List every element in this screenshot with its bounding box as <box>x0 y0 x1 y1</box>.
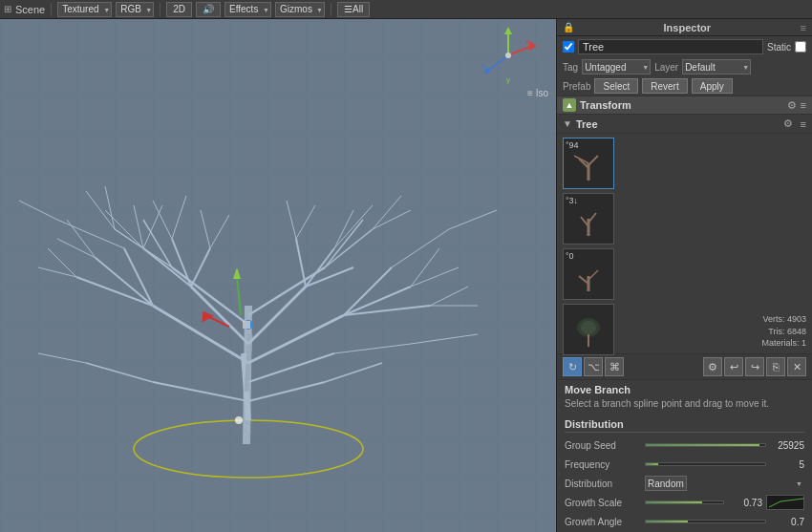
all-button[interactable]: ☰All <box>337 2 370 17</box>
colorspace-dropdown[interactable]: RGB <box>116 2 154 17</box>
layer-label: Layer <box>654 62 678 73</box>
svg-rect-67 <box>243 321 250 329</box>
svg-line-40 <box>373 196 401 229</box>
group-seed-value: 25925 <box>770 440 804 451</box>
delete-tool-btn[interactable]: ✕ <box>787 357 806 376</box>
transform-gear-icon[interactable]: ⚙ <box>787 99 797 112</box>
tree-toolbar: ↻ ⌥ ⌘ ⚙ ↩ ↪ ⎘ ✕ <box>557 353 812 380</box>
svg-line-7 <box>248 267 325 315</box>
svg-line-24 <box>344 267 392 315</box>
sound-button[interactable]: 🔊 <box>196 2 221 17</box>
distribution-section: Distribution Group Seed 25925 Frequency … <box>557 415 812 532</box>
thumbnail-num-3: °0 <box>566 251 574 261</box>
thumbnail-item-4[interactable] <box>563 304 614 355</box>
thumbnail-svg-4 <box>569 310 608 349</box>
tris-label: Tris: 6848 <box>761 326 806 338</box>
tag-dropdown[interactable]: Untagged <box>582 59 651 74</box>
shading-dropdown[interactable]: Textured <box>57 2 112 17</box>
param-row-growth-scale: Growth Scale 0.73 <box>565 494 804 511</box>
layer-select-wrapper[interactable]: Default <box>682 59 751 74</box>
gizmos-dropdown[interactable]: Gizmos <box>275 2 325 17</box>
move-branch-title: Move Branch <box>565 384 804 395</box>
svg-line-48 <box>201 210 210 248</box>
distribution-dropdown[interactable]: Random Uniform Whorled <box>645 476 687 491</box>
inspector-header: 🔒 Inspector ≡ <box>557 19 812 36</box>
leaf-tool-btn[interactable]: ⌘ <box>605 357 624 376</box>
settings-tool-btn[interactable]: ⚙ <box>703 357 722 376</box>
move-branch-section: Move Branch Select a branch spline point… <box>557 380 812 415</box>
svg-line-53 <box>86 363 153 382</box>
object-active-checkbox[interactable] <box>563 41 574 53</box>
svg-marker-74 <box>529 41 537 51</box>
scene-label: Scene <box>15 4 45 15</box>
inspector-lock-icon: 🔒 <box>563 22 574 32</box>
prefab-row: Prefab Select Revert Apply <box>557 76 812 96</box>
svg-line-49 <box>210 215 229 248</box>
scene-3d <box>0 19 556 532</box>
svg-marker-63 <box>197 308 213 323</box>
svg-line-55 <box>325 363 382 382</box>
undo-tool-btn[interactable]: ↩ <box>724 357 743 376</box>
group-seed-fill <box>646 444 759 446</box>
growth-angle-slider[interactable] <box>645 520 766 523</box>
redo-tool-btn[interactable]: ↪ <box>745 357 764 376</box>
thumbnail-item-2[interactable]: °3↓ <box>563 193 614 245</box>
growth-scale-curve[interactable] <box>766 495 804 510</box>
tag-select-wrapper[interactable]: Untagged <box>582 59 651 74</box>
group-seed-slider[interactable] <box>645 443 766 447</box>
object-name-input[interactable] <box>578 39 763 54</box>
main-content: y x z ≡ Iso 🔒 Inspector ≡ Static Tag <box>0 19 812 532</box>
distribution-select-wrapper[interactable]: Random Uniform Whorled <box>645 476 804 491</box>
separator <box>51 3 52 16</box>
tool-group-main: ↻ ⌥ ⌘ <box>563 357 624 376</box>
select-button[interactable]: Select <box>594 78 638 94</box>
tag-layer-row: Tag Untagged Layer Default <box>557 57 812 76</box>
svg-point-77 <box>505 53 511 58</box>
svg-line-18 <box>325 229 373 267</box>
dim-2d-button[interactable]: 2D <box>166 2 192 17</box>
svg-line-47 <box>172 196 186 239</box>
tool-group-actions: ⚙ ↩ ↪ ⎘ ✕ <box>703 357 806 376</box>
refresh-tool-btn[interactable]: ↻ <box>563 357 582 376</box>
growth-scale-slider[interactable] <box>645 500 724 504</box>
scene-view[interactable]: y x z ≡ Iso <box>0 19 556 532</box>
svg-point-96 <box>581 321 596 334</box>
tree-gear-icon[interactable]: ⚙ <box>783 117 793 130</box>
transform-menu-icon[interactable]: ≡ <box>801 99 806 111</box>
inspector-title: Inspector <box>664 22 712 33</box>
gizmos-select-wrapper[interactable]: Gizmos <box>275 2 325 17</box>
thumbnail-svg-2 <box>569 200 608 238</box>
svg-line-59 <box>19 201 57 220</box>
copy-tool-btn[interactable]: ⎘ <box>766 357 785 376</box>
apply-button[interactable]: Apply <box>692 78 733 94</box>
branch-tool-btn[interactable]: ⌥ <box>584 357 603 376</box>
materials-label: Materials: 1 <box>761 337 806 350</box>
shading-select-wrapper[interactable]: Textured <box>57 2 112 17</box>
param-row-frequency: Frequency 5 <box>565 456 804 473</box>
svg-line-28 <box>143 205 162 248</box>
thumbnail-svg-1 <box>569 144 608 182</box>
svg-line-5 <box>248 287 306 344</box>
scene-grid-icon: ⊞ <box>4 4 11 14</box>
frequency-value: 5 <box>770 459 804 470</box>
svg-line-45 <box>296 205 315 239</box>
frequency-slider[interactable] <box>645 462 766 466</box>
layer-dropdown[interactable]: Default <box>682 59 751 74</box>
svg-line-43 <box>334 205 373 248</box>
svg-text:y: y <box>506 75 510 84</box>
effects-select-wrapper[interactable]: Effects <box>224 2 271 17</box>
svg-marker-72 <box>504 27 512 34</box>
svg-line-27 <box>134 205 143 248</box>
revert-button[interactable]: Revert <box>642 78 687 94</box>
thumbnail-item-3[interactable]: °0 <box>563 248 614 300</box>
static-checkbox[interactable] <box>795 41 806 53</box>
colorspace-select-wrapper[interactable]: RGB <box>116 2 154 17</box>
tree-thumbnails-area: °94 °3↓ <box>557 134 812 353</box>
tree-menu-icon[interactable]: ≡ <box>801 118 806 130</box>
tree-collapse-icon[interactable]: ▼ <box>563 118 572 129</box>
thumbnail-num-1: °94 <box>566 140 579 150</box>
effects-dropdown[interactable]: Effects <box>224 2 271 17</box>
svg-line-35 <box>57 239 96 258</box>
svg-rect-98 <box>767 495 803 510</box>
thumbnail-item-1[interactable]: °94 <box>563 138 614 189</box>
